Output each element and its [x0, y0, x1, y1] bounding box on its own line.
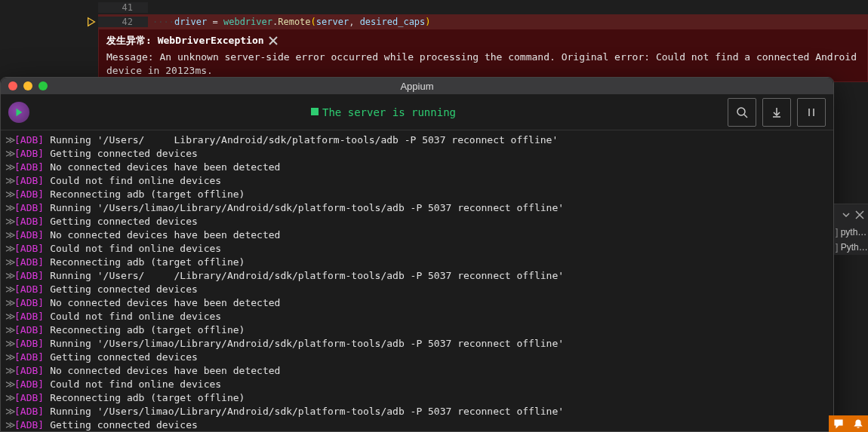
- log-line: ≫[ADB]Reconnecting adb (target offline): [5, 188, 829, 201]
- log-line: ≫[ADB]Could not find online devices: [5, 310, 829, 323]
- svg-marker-0: [88, 17, 95, 26]
- log-prompt-icon: ≫: [5, 228, 13, 242]
- gutter-action: [0, 0, 98, 14]
- log-source: [ADB]: [14, 283, 44, 296]
- log-line: ≫[ADB]Reconnecting adb (target offline): [5, 391, 829, 405]
- right-panel-fragment: ] pyth… ] Pyth…: [834, 204, 868, 255]
- log-prompt-icon: ≫: [5, 405, 13, 418]
- log-line: ≫[ADB]Reconnecting adb (target offline): [5, 323, 829, 337]
- line-number: 41: [122, 2, 133, 13]
- window-maximize-button[interactable]: [38, 81, 48, 90]
- log-line: ≫[ADB]No connected devices have been det…: [5, 364, 829, 378]
- log-message: No connected devices have been detected: [50, 228, 280, 242]
- terminal-tab-item[interactable]: ] pyth…: [834, 225, 868, 240]
- log-source: [ADB]: [14, 242, 44, 256]
- log-message: Getting connected devices: [50, 215, 198, 228]
- log-prompt-icon: ≫: [5, 323, 13, 337]
- log-line: ≫[ADB]Running '/Users/ /Library/Android/…: [5, 269, 829, 283]
- log-message: No connected devices have been detected: [50, 364, 280, 378]
- log-line: ≫[ADB]No connected devices have been det…: [5, 161, 829, 174]
- log-line: ≫[ADB]Running '/Users/ Library/Android/s…: [5, 133, 829, 147]
- code-line-41: 41: [0, 0, 868, 14]
- log-prompt-icon: ≫: [5, 283, 13, 296]
- chevron-down-icon[interactable]: [841, 210, 851, 220]
- log-source: [ADB]: [14, 364, 44, 378]
- log-line: ≫[ADB]Getting connected devices: [5, 147, 829, 161]
- log-area[interactable]: ≫[ADB]Running '/Users/ Library/Android/s…: [1, 130, 833, 431]
- log-line: ≫[ADB]Could not find online devices: [5, 174, 829, 188]
- exception-panel: 发生异常: WebDriverException Message: An unk…: [98, 29, 868, 82]
- log-prompt-icon: ≫: [5, 296, 13, 310]
- log-source: [ADB]: [14, 351, 44, 364]
- log-source: [ADB]: [14, 147, 44, 161]
- code-content: ····driver = webdriver.Remote(server, de…: [148, 17, 868, 27]
- log-prompt-icon: ≫: [5, 133, 13, 147]
- log-source: [ADB]: [14, 161, 44, 174]
- log-message: Running '/Users/limao/Library/Android/sd…: [50, 337, 564, 351]
- titlebar[interactable]: Appium: [1, 78, 833, 94]
- log-message: Getting connected devices: [50, 418, 198, 431]
- search-button[interactable]: [728, 98, 756, 127]
- log-message: Running '/Users/ /Library/Android/sdk/pl…: [50, 269, 564, 283]
- log-message: Reconnecting adb (target offline): [50, 391, 245, 405]
- log-message: Running '/Users/limao/Library/Android/sd…: [50, 405, 564, 418]
- log-message: Getting connected devices: [50, 283, 198, 296]
- code-line-42[interactable]: 42 ····driver = webdriver.Remote(server,…: [0, 14, 868, 29]
- appium-window: Appium The server is running: [0, 77, 834, 432]
- log-source: [ADB]: [14, 296, 44, 310]
- log-source: [ADB]: [14, 228, 44, 242]
- log-message: Getting connected devices: [50, 351, 198, 364]
- log-source: [ADB]: [14, 215, 44, 228]
- toolbar: The server is running: [1, 94, 833, 130]
- download-button[interactable]: [762, 98, 791, 127]
- window-minimize-button[interactable]: [23, 81, 32, 90]
- log-line: ≫[ADB]Running '/Users/limao/Library/Andr…: [5, 337, 829, 351]
- window-close-button[interactable]: [8, 81, 17, 90]
- log-prompt-icon: ≫: [5, 378, 13, 391]
- appium-logo: [8, 102, 29, 123]
- log-source: [ADB]: [14, 310, 44, 323]
- log-line: ≫[ADB]Could not find online devices: [5, 378, 829, 391]
- svg-point-5: [737, 108, 745, 115]
- window-title: Appium: [1, 81, 833, 92]
- log-message: Could not find online devices: [50, 310, 221, 323]
- log-message: No connected devices have been detected: [50, 161, 280, 174]
- log-source: [ADB]: [14, 418, 44, 431]
- log-prompt-icon: ≫: [5, 310, 13, 323]
- close-icon[interactable]: [269, 36, 278, 45]
- log-line: ≫[ADB]Reconnecting adb (target offline): [5, 256, 829, 269]
- log-prompt-icon: ≫: [5, 418, 13, 431]
- pause-button[interactable]: [797, 98, 826, 127]
- log-source: [ADB]: [14, 391, 44, 405]
- log-message: Reconnecting adb (target offline): [50, 256, 245, 269]
- log-line: ≫[ADB]Getting connected devices: [5, 283, 829, 296]
- feedback-icon[interactable]: [829, 415, 848, 432]
- log-message: Reconnecting adb (target offline): [50, 188, 245, 201]
- log-message: Running '/Users/ Library/Android/sdk/pla…: [50, 133, 558, 147]
- log-message: Could not find online devices: [50, 378, 221, 391]
- notifications-icon[interactable]: [848, 415, 868, 432]
- exception-title: 发生异常: WebDriverException: [106, 34, 264, 47]
- svg-line-6: [744, 115, 747, 118]
- log-prompt-icon: ≫: [5, 351, 13, 364]
- breakpoint-gutter[interactable]: [0, 14, 98, 29]
- log-source: [ADB]: [14, 133, 44, 147]
- log-prompt-icon: ≫: [5, 269, 13, 283]
- log-source: [ADB]: [14, 188, 44, 201]
- terminal-tab-item[interactable]: ] Pyth…: [834, 240, 868, 255]
- log-source: [ADB]: [14, 201, 44, 215]
- log-prompt-icon: ≫: [5, 147, 13, 161]
- exception-message: Message: An unknown server-side error oc…: [106, 51, 860, 77]
- log-source: [ADB]: [14, 323, 44, 337]
- log-source: [ADB]: [14, 174, 44, 188]
- log-source: [ADB]: [14, 378, 44, 391]
- log-line: ≫[ADB]Getting connected devices: [5, 215, 829, 228]
- close-icon[interactable]: [854, 210, 865, 220]
- log-line: ≫[ADB]No connected devices have been det…: [5, 228, 829, 242]
- log-message: No connected devices have been detected: [50, 296, 280, 310]
- log-line: ≫[ADB]No connected devices have been det…: [5, 296, 829, 310]
- log-message: Could not find online devices: [50, 174, 221, 188]
- log-prompt-icon: ≫: [5, 215, 13, 228]
- log-prompt-icon: ≫: [5, 201, 13, 215]
- continue-run-icon[interactable]: [86, 17, 97, 27]
